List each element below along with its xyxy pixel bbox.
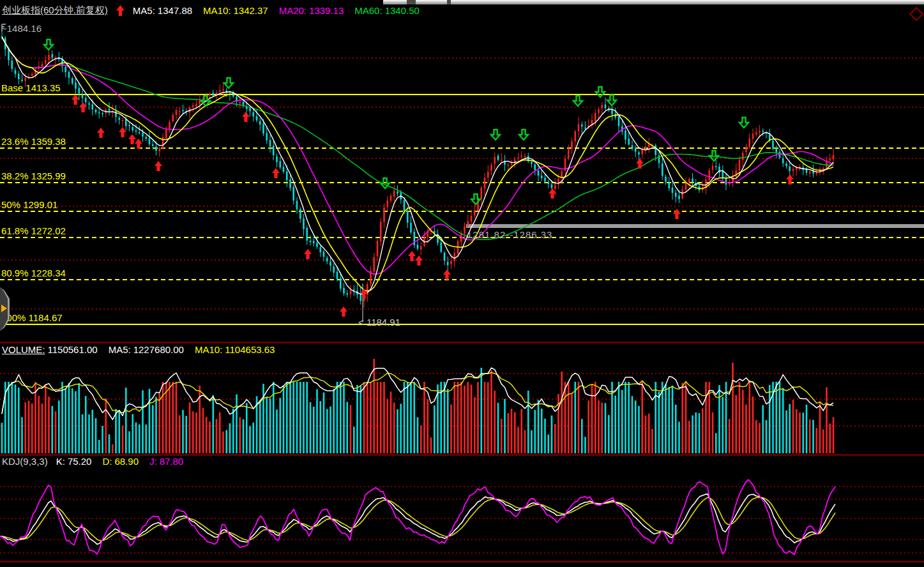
orange-marker-icon	[1, 305, 7, 312]
buy-arrow-icon	[135, 139, 142, 149]
buy-arrow-icon	[304, 249, 312, 259]
sell-arrow-icon	[224, 78, 233, 88]
buy-arrow-icon	[155, 161, 162, 171]
gap-zone-bar	[466, 224, 924, 228]
fib-level-label: 50% 1299.01	[1, 200, 57, 210]
sell-arrow-icon	[519, 130, 528, 140]
sell-arrow-icon	[471, 194, 480, 204]
fib-level-label: 23.6% 1359.38	[1, 137, 66, 147]
buy-arrow-icon	[97, 128, 105, 138]
low-annotation: < 1184.91	[358, 317, 400, 328]
ma60-readout: MA60:1340.50	[354, 5, 422, 16]
sell-arrow-icon	[709, 151, 718, 161]
fib-level-label: Base 1413.35	[1, 83, 61, 93]
scrollbar-notch	[407, 0, 416, 4]
kdj-k-readout: K:75.20	[56, 456, 95, 467]
kdj-j-readout: J:87.80	[149, 456, 186, 467]
fib-level-label: 80.9% 1228.34	[1, 268, 66, 278]
fib-level-label: 38.2% 1325.99	[1, 171, 66, 181]
trend-up-icon	[116, 5, 125, 16]
volume-ma10-readout: MA10:1104653.63	[195, 344, 278, 355]
top-scrollbar[interactable]	[383, 0, 924, 4]
buy-arrow-icon	[242, 112, 250, 122]
buy-arrow-icon	[673, 209, 681, 219]
candles-layer	[1, 31, 835, 308]
high-marker-icon	[1, 24, 6, 31]
buy-arrow-icon	[443, 269, 451, 280]
sell-arrow-icon	[44, 40, 53, 50]
ma-lines	[2, 37, 833, 294]
kdj-lines	[0, 480, 835, 554]
signal-arrows	[44, 40, 794, 317]
kdj-indicator-link[interactable]: KDJ(9,3,3)	[2, 456, 48, 467]
period-high-readout: ~1484.16	[1, 24, 42, 34]
gap-annotation: 1281.82--1286.33	[467, 230, 552, 240]
gap-zone	[466, 224, 924, 228]
sell-arrow-icon	[739, 117, 748, 128]
buy-arrow-icon	[340, 306, 347, 317]
sell-arrow-icon	[596, 87, 605, 97]
fib-level-label: 61.8% 1272.02	[1, 226, 66, 236]
kdj-d-readout: D:68.90	[102, 456, 141, 467]
instrument-title[interactable]: 创业板指(60分钟.前复权)	[2, 4, 108, 17]
fib-level-label: 100% 1184.67	[1, 313, 63, 323]
volume-header: VOLUME:1150561.00 MA5:1227680.00 MA10:11…	[2, 344, 277, 355]
buy-arrow-icon	[72, 94, 79, 105]
buy-arrow-icon	[415, 255, 423, 266]
kdj-header: KDJ(9,3,3) K:75.20 D:68.90 J:87.80	[2, 456, 186, 467]
buy-arrow-icon	[128, 134, 136, 144]
buy-arrow-icon	[119, 127, 126, 137]
sell-arrow-icon	[607, 95, 616, 105]
buy-arrow-icon	[636, 158, 644, 169]
chart-canvas[interactable]	[0, 0, 924, 567]
ma20-readout: MA20:1339.13	[279, 5, 347, 16]
volume-indicator-link[interactable]: VOLUME:	[2, 344, 45, 355]
ma5-readout: MA5:1347.88	[133, 5, 195, 16]
trading-app-window: 创业板指(60分钟.前复权) MA5:1347.88 MA10:1342.37 …	[0, 0, 924, 567]
main-chart-header: 创业板指(60分钟.前复权) MA5:1347.88 MA10:1342.37 …	[2, 4, 422, 17]
volume-readout: VOLUME:1150561.00	[2, 344, 100, 355]
volume-ma5-readout: MA5:1227680.00	[109, 344, 186, 355]
buy-arrow-icon	[272, 168, 280, 178]
scrollbar-notch	[447, 0, 451, 4]
sell-arrow-icon	[573, 96, 582, 106]
sell-arrow-icon	[491, 130, 500, 140]
ma10-readout: MA10:1342.37	[203, 5, 271, 16]
